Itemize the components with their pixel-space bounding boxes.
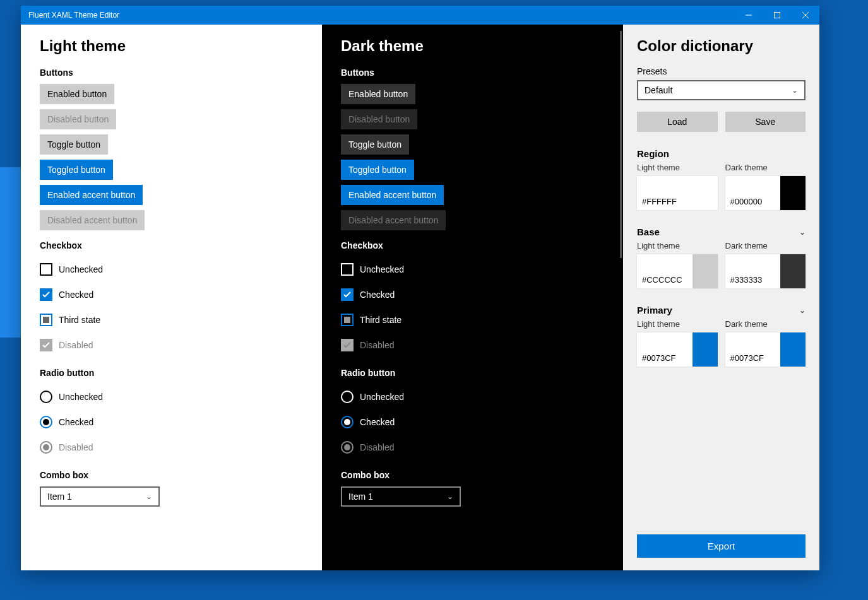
color-chip	[693, 176, 718, 210]
checkbox-unchecked[interactable]: Unchecked	[341, 257, 604, 282]
checkbox-label: Third state	[59, 315, 100, 325]
radio-unchecked[interactable]: Unchecked	[40, 384, 303, 409]
swatch-hex: #000000	[730, 197, 763, 206]
radio-checked[interactable]: Checked	[341, 409, 604, 435]
chevron-down-icon: ⌄	[799, 306, 806, 315]
swatch-primary-light[interactable]: #0073CF	[637, 332, 718, 367]
load-button[interactable]: Load	[637, 112, 718, 132]
swatch-region-light[interactable]: #FFFFFF	[637, 176, 718, 210]
radio-icon	[341, 391, 354, 403]
category-region: Region	[637, 148, 806, 159]
radio-unchecked[interactable]: Unchecked	[341, 384, 604, 409]
disabled-button: Disabled button	[341, 109, 417, 129]
toggled-button[interactable]: Toggled button	[341, 160, 414, 180]
disabled-accent-button: Disabled accent button	[40, 210, 145, 230]
dark-theme-panel: Dark theme Buttons Enabled button Disabl…	[322, 25, 623, 570]
minimize-icon[interactable]	[734, 6, 763, 25]
combo-box[interactable]: Item 1 ⌄	[341, 486, 461, 507]
chevron-down-icon: ⌄	[792, 86, 798, 95]
window-title: Fluent XAML Theme Editor	[28, 11, 119, 20]
color-dictionary-panel: Color dictionary Presets Default ⌄ Load …	[623, 25, 819, 570]
export-button[interactable]: Export	[637, 534, 806, 558]
swatch-region-dark[interactable]: #000000	[725, 176, 806, 210]
checkbox-checked[interactable]: Checked	[341, 282, 604, 307]
toggle-button[interactable]: Toggle button	[341, 134, 409, 155]
toggled-button[interactable]: Toggled button	[40, 160, 113, 180]
buttons-heading: Buttons	[40, 68, 303, 78]
indeterminate-icon	[40, 314, 52, 326]
checkbox-third-state[interactable]: Third state	[40, 307, 303, 332]
enabled-button[interactable]: Enabled button	[40, 84, 114, 104]
preset-selected: Default	[645, 85, 672, 95]
swatch-primary-dark[interactable]: #0073CF	[725, 332, 806, 367]
swatch-base-dark[interactable]: #333333	[725, 254, 806, 288]
combo-selected: Item 1	[348, 491, 373, 502]
swatch-base-light[interactable]: #CCCCCC	[637, 254, 718, 288]
side-title: Color dictionary	[637, 37, 806, 55]
maximize-icon[interactable]	[763, 6, 791, 25]
checkbox-third-state[interactable]: Third state	[341, 307, 604, 332]
radio-checked[interactable]: Checked	[40, 409, 303, 435]
color-chip	[780, 176, 806, 210]
checkbox-checked[interactable]: Checked	[40, 282, 303, 307]
color-chip	[780, 254, 806, 288]
radio-label: Unchecked	[360, 392, 404, 402]
category-primary[interactable]: Primary ⌄	[637, 305, 806, 315]
checkmark-icon	[40, 339, 52, 351]
disabled-accent-button: Disabled accent button	[341, 210, 446, 230]
radio-label: Checked	[59, 417, 93, 427]
radio-icon	[341, 416, 354, 428]
category-name: Region	[637, 148, 669, 159]
titlebar[interactable]: Fluent XAML Theme Editor	[21, 6, 819, 25]
radio-disabled: Disabled	[341, 435, 604, 460]
toggle-button[interactable]: Toggle button	[40, 134, 108, 155]
light-title: Light theme	[40, 37, 303, 55]
column-label: Dark theme	[725, 319, 806, 329]
close-icon[interactable]	[791, 6, 819, 25]
svg-rect-0	[774, 13, 780, 18]
radio-heading: Radio button	[341, 368, 604, 378]
presets-label: Presets	[637, 66, 806, 76]
light-theme-panel: Light theme Buttons Enabled button Disab…	[21, 25, 322, 570]
enabled-button[interactable]: Enabled button	[341, 84, 415, 104]
disabled-button: Disabled button	[40, 109, 116, 129]
category-name: Base	[637, 226, 660, 237]
checkbox-label: Checked	[59, 290, 93, 300]
color-chip	[780, 332, 806, 367]
column-label: Dark theme	[725, 163, 806, 172]
presets-combo[interactable]: Default ⌄	[637, 80, 806, 100]
checkbox-disabled: Disabled	[341, 332, 604, 358]
color-chip	[693, 332, 718, 367]
swatch-hex: #CCCCCC	[642, 275, 682, 285]
radio-icon	[40, 441, 52, 454]
indeterminate-icon	[341, 314, 354, 326]
checkbox-label: Third state	[360, 315, 401, 325]
radio-icon	[341, 441, 354, 454]
checkbox-label: Unchecked	[360, 264, 404, 274]
combo-box[interactable]: Item 1 ⌄	[40, 486, 160, 507]
radio-icon	[40, 416, 52, 428]
dark-title: Dark theme	[341, 37, 604, 55]
radio-label: Unchecked	[59, 392, 103, 402]
checkbox-icon	[341, 263, 354, 276]
radio-icon	[40, 391, 52, 403]
checkbox-unchecked[interactable]: Unchecked	[40, 257, 303, 282]
chevron-down-icon: ⌄	[799, 228, 806, 237]
save-button[interactable]: Save	[725, 112, 806, 132]
checkmark-icon	[341, 339, 354, 351]
enabled-accent-button[interactable]: Enabled accent button	[341, 185, 444, 205]
column-label: Light theme	[637, 319, 718, 329]
column-label: Dark theme	[725, 241, 806, 250]
category-base[interactable]: Base ⌄	[637, 226, 806, 237]
app-window: Fluent XAML Theme Editor Light theme But…	[21, 6, 819, 570]
chevron-down-icon: ⌄	[447, 492, 453, 501]
checkbox-heading: Checkbox	[40, 240, 303, 250]
checkbox-heading: Checkbox	[341, 240, 604, 250]
checkmark-icon	[341, 288, 354, 301]
checkbox-label: Disabled	[360, 340, 394, 350]
column-label: Light theme	[637, 163, 718, 172]
color-chip	[693, 254, 718, 288]
checkbox-disabled: Disabled	[40, 332, 303, 358]
enabled-accent-button[interactable]: Enabled accent button	[40, 185, 143, 205]
column-label: Light theme	[637, 241, 718, 250]
